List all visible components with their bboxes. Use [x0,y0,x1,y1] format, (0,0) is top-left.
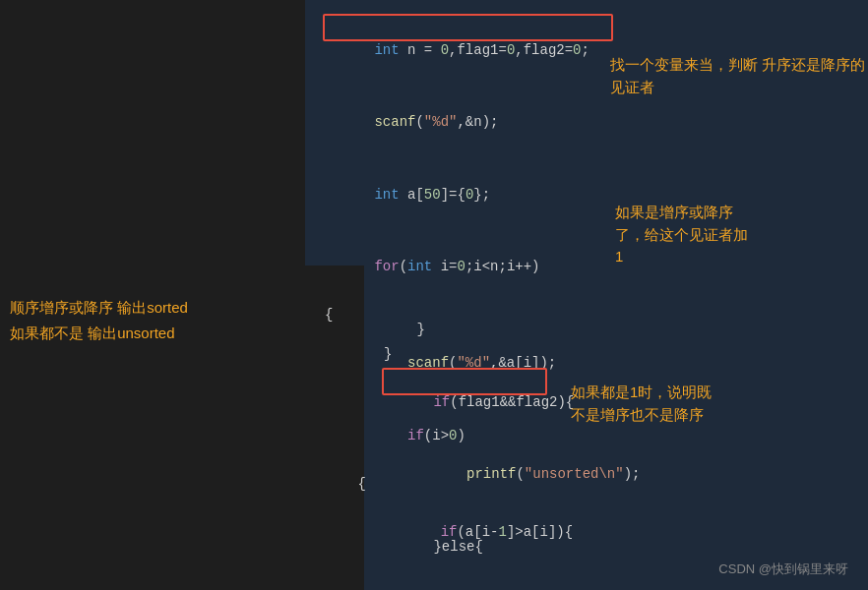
code-line-17: printf("unsorted\n"); [384,439,641,511]
annotation-left-top: 顺序增序或降序 输出sorted如果都不是 输出unsorted [10,295,188,345]
code-line-18: }else{ [384,510,641,583]
code-line-4: for(int i=0;i<n;i++) [325,231,623,304]
code-line-15: } [384,342,641,367]
annotation-mid-right: 如果是增序或降序了，给这个见证者加1 [615,202,748,268]
code-line-1: int n = 0,flag1=0,flag2=0; [325,14,623,87]
annotation-bottom-right: 如果都是1时，说明既不是增序也不是降序 [571,382,712,426]
code-line-3: int a[50]={0}; [325,158,623,231]
main-container: int n = 0,flag1=0,flag2=0; scanf("%d",&n… [0,0,868,590]
annotation-top-right: 找一个变量来当，判断 升序还是降序的见证者 [610,54,868,98]
watermark: CSDN @快到锅里来呀 [718,560,848,578]
code-line-14: } [384,318,641,342]
code-line-2: scanf("%d",&n); [325,87,623,159]
code-lower: } } if(flag1&&flag2){ printf("unsorted\n… [384,318,641,583]
